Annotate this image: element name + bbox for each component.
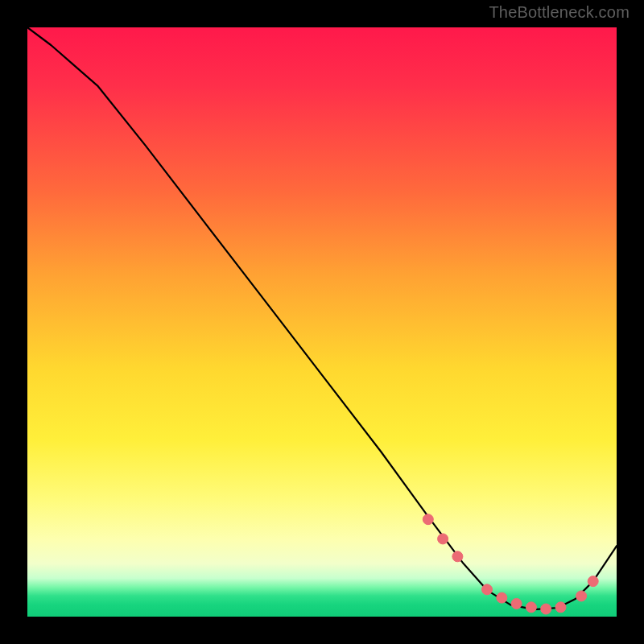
chart-frame: TheBottleneck.com: [0, 0, 644, 644]
curve-marker: [438, 534, 448, 544]
curve-marker: [482, 584, 493, 595]
curve-marker: [588, 576, 598, 587]
curve-marker: [541, 604, 551, 614]
marker-group: [423, 514, 598, 614]
curve-marker: [497, 592, 507, 603]
curve-marker: [526, 602, 536, 613]
bottleneck-curve: [27, 27, 617, 609]
curve-marker: [555, 602, 566, 613]
curve-svg: [27, 27, 617, 617]
curve-marker: [423, 514, 433, 525]
curve-marker: [452, 551, 463, 562]
watermark-text: TheBottleneck.com: [489, 3, 630, 22]
plot-area: [27, 27, 617, 617]
curve-marker: [511, 598, 522, 609]
curve-marker: [576, 591, 587, 601]
